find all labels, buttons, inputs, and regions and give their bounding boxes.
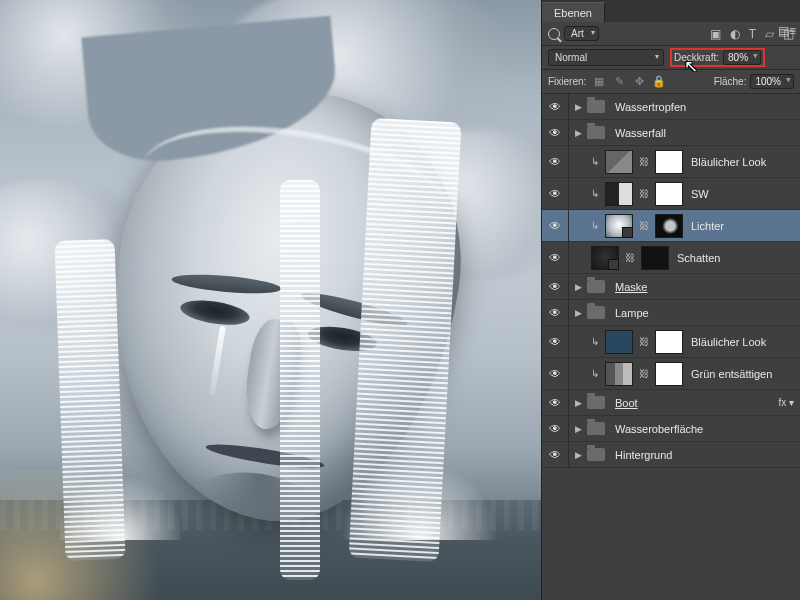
layer-name-label[interactable]: SW — [691, 188, 709, 200]
clip-icon: ↳ — [591, 220, 601, 231]
link-icon[interactable]: ⛓ — [637, 220, 651, 231]
folder-icon — [587, 422, 605, 435]
layer-row[interactable]: 👁▶Lampe — [542, 300, 800, 326]
mask-thumb[interactable] — [641, 246, 669, 270]
splash — [330, 460, 510, 540]
adjustment-thumb[interactable] — [605, 330, 633, 354]
link-icon[interactable]: ⛓ — [637, 156, 651, 167]
lock-position-icon[interactable]: ✥ — [632, 75, 646, 88]
layer-row[interactable]: 👁▶Maske — [542, 274, 800, 300]
opacity-control[interactable]: Deckkraft: 80% — [670, 48, 765, 67]
layer-row[interactable]: 👁↳⛓Lichter — [542, 210, 800, 242]
link-icon[interactable]: ⛓ — [623, 252, 637, 263]
clip-icon: ↳ — [591, 156, 601, 167]
disclosure-icon[interactable]: ▶ — [573, 282, 583, 292]
layer-name-label[interactable]: Bläulicher Look — [691, 156, 766, 168]
adjustment-thumb[interactable] — [605, 150, 633, 174]
disclosure-icon[interactable]: ▶ — [573, 128, 583, 138]
clip-icon: ↳ — [591, 188, 601, 199]
clip-icon: ↳ — [591, 336, 601, 347]
disclosure-icon[interactable]: ▶ — [573, 450, 583, 460]
layer-row[interactable]: 👁▶Hintergrund — [542, 442, 800, 468]
visibility-eye-icon[interactable]: 👁 — [546, 251, 564, 265]
link-icon[interactable]: ⛓ — [637, 368, 651, 379]
lock-label: Fixieren: — [548, 76, 586, 87]
layer-name-label[interactable]: Wassertropfen — [615, 101, 686, 113]
folder-icon — [587, 448, 605, 461]
visibility-eye-icon[interactable]: 👁 — [546, 335, 564, 349]
visibility-eye-icon[interactable]: 👁 — [546, 280, 564, 294]
layer-row[interactable]: 👁⛓Schatten — [542, 242, 800, 274]
visibility-eye-icon[interactable]: 👁 — [546, 448, 564, 462]
visibility-eye-icon[interactable]: 👁 — [546, 219, 564, 233]
layer-name-label[interactable]: Wasseroberfläche — [615, 423, 703, 435]
splash — [60, 460, 180, 540]
lock-all-icon[interactable]: 🔒 — [652, 75, 666, 88]
visibility-eye-icon[interactable]: 👁 — [546, 367, 564, 381]
document-canvas[interactable] — [0, 0, 541, 600]
adjustment-thumb[interactable] — [605, 182, 633, 206]
layer-row[interactable]: 👁↳⛓Bläulicher Look — [542, 326, 800, 358]
layer-name-label[interactable]: Schatten — [677, 252, 720, 264]
layer-row[interactable]: 👁↳⛓SW — [542, 178, 800, 210]
folder-icon — [587, 396, 605, 409]
layer-name-label[interactable]: Lampe — [615, 307, 649, 319]
panel-menu-icon[interactable]: ▤≡ — [778, 24, 796, 38]
layer-row[interactable]: 👁▶Wasseroberfläche — [542, 416, 800, 442]
layer-thumb[interactable] — [605, 214, 633, 238]
visibility-eye-icon[interactable]: 👁 — [546, 155, 564, 169]
layer-name-label[interactable]: Hintergrund — [615, 449, 672, 461]
fill-field[interactable]: 100% — [750, 74, 794, 89]
mask-thumb[interactable] — [655, 330, 683, 354]
visibility-eye-icon[interactable]: 👁 — [546, 126, 564, 140]
adjustment-thumb[interactable] — [605, 362, 633, 386]
visibility-eye-icon[interactable]: 👁 — [546, 187, 564, 201]
disclosure-icon[interactable]: ▶ — [573, 398, 583, 408]
visibility-eye-icon[interactable]: 👁 — [546, 396, 564, 410]
mask-thumb[interactable] — [655, 182, 683, 206]
layers-panel: Ebenen ▤≡ Art ▣ ◐ T ▱ ◫ Normal Deckkraft… — [541, 0, 800, 600]
filter-shape-icon[interactable]: ▱ — [765, 27, 774, 41]
visibility-eye-icon[interactable]: 👁 — [546, 100, 564, 114]
layer-list[interactable]: 👁▶Wassertropfen👁▶Wasserfall👁↳⛓Bläulicher… — [542, 94, 800, 600]
disclosure-icon[interactable]: ▶ — [573, 424, 583, 434]
mask-thumb[interactable] — [655, 214, 683, 238]
visibility-eye-icon[interactable]: 👁 — [546, 422, 564, 436]
layer-name-label[interactable]: Bläulicher Look — [691, 336, 766, 348]
filter-pixel-icon[interactable]: ▣ — [710, 27, 721, 41]
layer-thumb[interactable] — [591, 246, 619, 270]
filter-adjustment-icon[interactable]: ◐ — [730, 27, 740, 41]
layer-name-label[interactable]: Grün entsättigen — [691, 368, 772, 380]
folder-icon — [587, 126, 605, 139]
fx-icon[interactable]: fx ▾ — [778, 397, 796, 408]
panel-tab-bar: Ebenen — [542, 0, 800, 22]
folder-icon — [587, 280, 605, 293]
layer-row[interactable]: 👁▶Wassertropfen — [542, 94, 800, 120]
disclosure-icon[interactable]: ▶ — [573, 102, 583, 112]
fill-label: Fläche: — [714, 76, 747, 87]
layer-name-label[interactable]: Wasserfall — [615, 127, 666, 139]
mask-thumb[interactable] — [655, 362, 683, 386]
layer-name-label[interactable]: Maske — [615, 281, 647, 293]
mask-thumb[interactable] — [655, 150, 683, 174]
lock-transparency-icon[interactable]: ▦ — [592, 75, 606, 88]
layer-name-label[interactable]: Boot — [615, 397, 638, 409]
link-icon[interactable]: ⛓ — [637, 336, 651, 347]
opacity-field[interactable]: 80% — [723, 50, 761, 65]
layer-row[interactable]: 👁↳⛓Grün entsättigen — [542, 358, 800, 390]
layer-name-label[interactable]: Lichter — [691, 220, 724, 232]
tab-layers[interactable]: Ebenen — [542, 2, 605, 22]
layer-filter-dropdown[interactable]: Art — [564, 26, 599, 41]
clip-icon: ↳ — [591, 368, 601, 379]
filter-type-icon[interactable]: T — [749, 27, 756, 41]
link-icon[interactable]: ⛓ — [637, 188, 651, 199]
disclosure-icon[interactable]: ▶ — [573, 308, 583, 318]
blend-mode-dropdown[interactable]: Normal — [548, 49, 664, 66]
layer-row[interactable]: 👁▶Bootfx ▾ — [542, 390, 800, 416]
folder-icon — [587, 100, 605, 113]
visibility-eye-icon[interactable]: 👁 — [546, 306, 564, 320]
lock-pixels-icon[interactable]: ✎ — [612, 75, 626, 88]
folder-icon — [587, 306, 605, 319]
layer-row[interactable]: 👁▶Wasserfall — [542, 120, 800, 146]
layer-row[interactable]: 👁↳⛓Bläulicher Look — [542, 146, 800, 178]
